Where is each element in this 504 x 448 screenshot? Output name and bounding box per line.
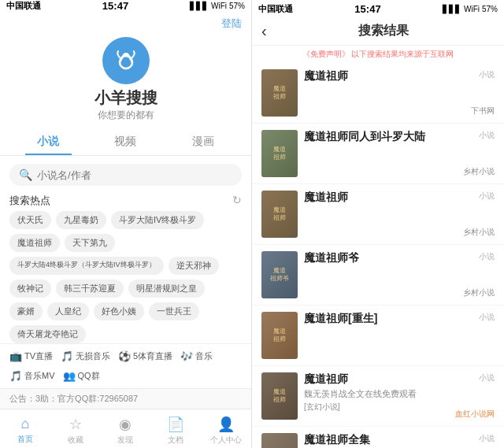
result-item-1[interactable]: 魔道祖师 魔道祖师 小说 下书网 [252, 63, 504, 124]
sports-icon: ⚽ [118, 350, 131, 362]
result-source-6[interactable]: 血红小说网 [455, 409, 495, 420]
hot-tag[interactable]: 人皇纪 [47, 302, 89, 320]
result-type-4: 小说 [479, 251, 495, 262]
tab-novel[interactable]: 小说 [9, 128, 87, 155]
disclaimer-link[interactable]: 《免费声明》 [302, 50, 350, 58]
bottom-nav: ⌂ 首页 ☆ 收藏 ◉ 发现 📄 文档 👤 个人中心 [0, 409, 251, 448]
result-tags-6: [玄幻小说] [304, 402, 449, 413]
result-action-4[interactable]: 乡村小说 [463, 287, 495, 298]
left-status-bar: 中国联通 15:47 ▋▋▋ WiFi 57% [0, 0, 251, 12]
hot-tag[interactable]: 九星毒奶 [56, 211, 106, 229]
quick-link-music-label: 无损音乐 [76, 350, 110, 362]
quick-link-music[interactable]: 🎵 无损音乐 [61, 350, 110, 362]
left-status-icons: ▋▋▋ WiFi 57% [190, 2, 245, 10]
quick-link-sports-label: 5体育直播 [133, 350, 172, 362]
tab-video[interactable]: 视频 [87, 128, 164, 155]
quick-link-sports[interactable]: ⚽ 5体育直播 [118, 350, 172, 362]
hot-tag[interactable]: 好色小姨 [94, 302, 144, 320]
right-battery-icon: 57% [482, 5, 498, 13]
thumb-text-6: 魔道祖师 [272, 387, 287, 406]
logo-subtitle: 你想要的都有 [98, 109, 154, 122]
nav-discover[interactable]: ◉ 发现 [101, 413, 151, 448]
result-action-1[interactable]: 下书网 [471, 106, 495, 117]
search-input[interactable] [37, 169, 232, 181]
thumb-text-1: 魔道祖师 [272, 83, 287, 103]
result-right-6: 小说 血红小说网 [455, 372, 495, 420]
right-signal-icon: ▋▋▋ [443, 5, 461, 13]
nav-docs-label: 文档 [168, 435, 183, 446]
result-content-2: 魔道祖师同人到斗罗大陆 [304, 130, 449, 146]
quick-link-tv[interactable]: 📺 TV直播 [9, 350, 53, 362]
search-icon: 🔍 [19, 168, 32, 181]
result-item-2[interactable]: 魔道祖师 魔道祖师同人到斗罗大陆 小说 乡村小说 [252, 124, 504, 184]
result-title-1: 魔道祖师 [304, 69, 449, 83]
logo-title: 小羊搜搜 [94, 87, 158, 109]
result-item-3[interactable]: 魔道祖师 魔道祖师 小说 乡村小说 [252, 184, 504, 245]
result-thumb-7: 魔道祖师 [261, 433, 298, 448]
hot-tag[interactable]: 伏天氏 [9, 211, 51, 229]
hot-tag[interactable]: 斗罗大陆4终极斗罗（斗罗大陆IV终极斗罗） [9, 257, 164, 275]
refresh-icon[interactable]: ↻ [232, 194, 242, 206]
nav-favorites[interactable]: ☆ 收藏 [50, 413, 101, 448]
hot-tag[interactable]: 牧神记 [9, 280, 51, 298]
result-title-5: 魔道祖师[重生] [304, 312, 449, 326]
left-time: 15:47 [102, 0, 128, 12]
quick-link-mv[interactable]: 🎵 音乐MV [9, 370, 55, 382]
result-right-2: 小说 乡村小说 [455, 130, 495, 177]
nav-profile[interactable]: 👤 个人中心 [201, 413, 251, 448]
thumb-text-4: 魔道祖师爷 [269, 265, 291, 285]
quick-link-qq-label: QQ群 [78, 370, 100, 382]
result-item-6[interactable]: 魔道祖师 魔道祖师 魏无羡肖战全文在线免费观看 [玄幻小说] 小说 血红小说网 [252, 366, 504, 427]
profile-icon: 👤 [217, 416, 235, 433]
result-right-5: 小说 [455, 312, 495, 359]
hot-tag[interactable]: 豪婿 [9, 302, 43, 320]
right-panel: 中国联通 15:47 ▋▋▋ WiFi 57% ‹ 搜索结果 《免费声明》 以下… [252, 0, 504, 448]
hot-tag[interactable]: 韩三千苏迎夏 [56, 280, 124, 298]
nav-favorites-label: 收藏 [68, 435, 83, 446]
nav-home[interactable]: ⌂ 首页 [0, 413, 50, 448]
result-right-4: 小说 乡村小说 [455, 251, 495, 298]
logo-section: 小羊搜搜 你想要的都有 [0, 34, 251, 128]
tab-manga[interactable]: 漫画 [165, 128, 242, 155]
hot-tag[interactable]: 倚天屠龙夺艳记 [9, 325, 86, 343]
nav-docs[interactable]: 📄 文档 [150, 413, 201, 448]
result-item-7[interactable]: 魔道祖师 魔道祖师全集 墨香铜臭 [玄幻小说] 小说 血红小说网 [252, 427, 504, 448]
quick-link-qq[interactable]: 👥 QQ群 [63, 370, 100, 382]
result-thumb-5: 魔道祖师 [261, 312, 298, 359]
result-thumb-4: 魔道祖师爷 [261, 251, 298, 298]
thumb-text-2: 魔道祖师 [272, 144, 287, 164]
hot-tag[interactable]: 魔道祖师 [9, 234, 60, 252]
result-type-6: 小说 [479, 372, 495, 383]
login-button[interactable]: 登陆 [221, 17, 242, 31]
notice-text: 公告：3助：官方QQ群:72965087 [9, 394, 138, 403]
hot-tag[interactable]: 天下第九 [65, 234, 115, 252]
result-item-4[interactable]: 魔道祖师爷 魔道祖师爷 小说 乡村小说 [252, 245, 504, 305]
hot-label: 搜索热点 [9, 194, 50, 208]
right-header: ‹ 搜索结果 [252, 17, 504, 46]
hot-tag[interactable]: 斗罗大陆IV终极斗罗 [111, 211, 204, 229]
search-bar[interactable]: 🔍 [9, 164, 242, 186]
hot-tag[interactable]: 一世兵王 [149, 302, 199, 320]
music2-icon: 🎶 [180, 350, 193, 362]
result-content-4: 魔道祖师爷 [304, 251, 449, 267]
results-list: 魔道祖师 魔道祖师 小说 下书网 魔道祖师 魔道祖师同人到斗罗大陆 小说 乡村小… [252, 63, 504, 448]
result-item-5[interactable]: 魔道祖师 魔道祖师[重生] 小说 [252, 305, 504, 366]
quick-link-music2[interactable]: 🎶 音乐 [180, 350, 213, 362]
hot-tag[interactable]: 明星潜规则之皇 [128, 280, 205, 298]
nav-profile-label: 个人中心 [210, 435, 242, 446]
signal-icon: ▋▋▋ [190, 2, 209, 10]
disclaimer: 《免费声明》 以下搜索结果均来源于互联网 [252, 46, 504, 63]
nav-discover-label: 发现 [117, 435, 133, 446]
result-tag-6: [玄幻小说] [304, 402, 340, 413]
result-type-1: 小说 [479, 69, 495, 80]
hot-tag[interactable]: 逆天邪神 [169, 257, 219, 275]
back-button[interactable]: ‹ [261, 22, 267, 40]
thumb-text-3: 魔道祖师 [272, 205, 287, 224]
thumb-text-5: 魔道祖师 [272, 326, 287, 346]
result-action-2[interactable]: 乡村小说 [463, 166, 495, 177]
result-type-7: 小说 [479, 433, 495, 444]
result-right-1: 小说 下书网 [455, 69, 495, 117]
nav-home-label: 首页 [17, 434, 33, 445]
result-action-3[interactable]: 乡村小说 [463, 227, 495, 238]
result-title-2: 魔道祖师同人到斗罗大陆 [304, 130, 449, 144]
